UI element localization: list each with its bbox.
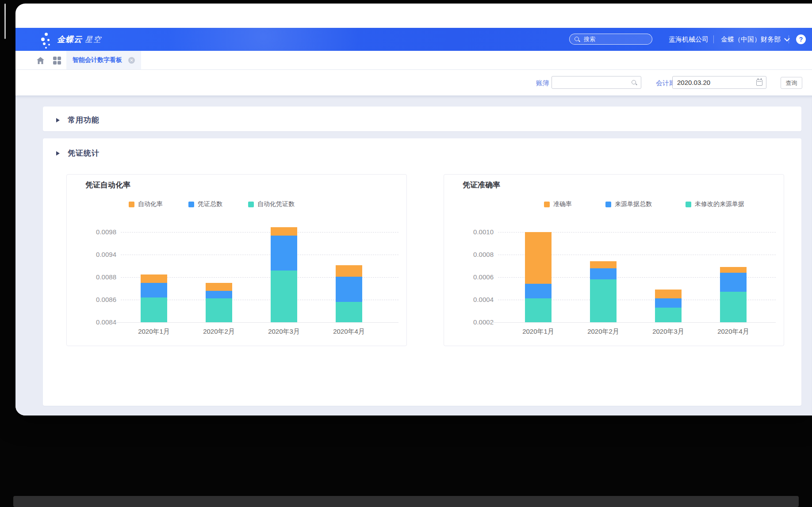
period-input[interactable] [672,76,766,89]
gridline [121,232,398,233]
app-header: 金蝶云 星空 蓝海机械公司 金蝶（中国）财务部 ? [15,28,812,51]
global-search[interactable] [569,34,652,45]
home-button[interactable] [35,56,45,65]
user-org-menu[interactable]: 金蝶（中国）财务部 [721,28,789,51]
bar-segment-自动化率[interactable] [206,283,232,291]
y-axis-tick: 0.0094 [72,251,116,258]
apps-menu-button[interactable] [52,56,62,65]
help-icon: ? [799,36,803,43]
help-button[interactable]: ? [796,34,806,44]
bar-segment-来源单据总数[interactable] [655,298,682,307]
legend-swatch-icon [129,202,134,207]
bar-segment-自动化凭证数[interactable] [141,297,167,322]
legend-item[interactable]: 自动化凭证数 [248,200,295,208]
x-axis-tick: 2020年4月 [705,328,762,336]
common-functions-header[interactable]: 常用功能 [56,115,100,125]
dashboard-content: 常用功能 凭证统计 凭证自动化率 自动化率凭证总数自动化凭证数0.00840.0… [15,95,812,416]
bar-segment-未修改的来源单据[interactable] [720,292,747,322]
bar-segment-未修改的来源单据[interactable] [590,279,617,322]
bar-segment-凭证总数[interactable] [206,291,232,299]
period-input-field[interactable] [676,78,756,87]
background-accent-line [4,4,6,39]
filter-toolbar: 账簿 会计期间 查询 [15,70,812,95]
y-axis-tick: 0.0008 [449,251,494,258]
chart-title: 凭证准确率 [463,180,500,190]
calendar-icon[interactable] [756,80,762,86]
x-axis-tick: 2020年4月 [320,328,378,336]
bar-segment-来源单据总数[interactable] [590,268,617,280]
voucher-statistics-header[interactable]: 凭证统计 [56,148,100,158]
y-axis-tick: 0.0004 [449,296,494,303]
x-axis-tick: 2020年3月 [255,328,313,336]
tab-bar: 智能会计数字看板 ✕ [15,51,812,70]
chart-accuracy-rate: 凭证准确率 准确率来源单据总数未修改的来源单据0.00020.00040.000… [444,174,784,346]
bar-segment-凭证总数[interactable] [336,277,362,302]
global-search-input[interactable] [583,35,645,43]
x-axis-line [111,322,398,323]
legend-item[interactable]: 凭证总数 [188,200,222,208]
x-axis-tick: 2020年1月 [125,328,183,336]
book-label: 账簿 [536,79,549,88]
bar-segment-准确率[interactable] [525,232,552,284]
y-axis-tick: 0.0086 [72,296,116,303]
y-axis-tick: 0.0098 [72,228,116,236]
bar-segment-自动化凭证数[interactable] [206,298,232,322]
legend-label: 准确率 [553,200,572,208]
legend-label: 未修改的来源单据 [695,200,744,208]
app-window: 金蝶云 星空 蓝海机械公司 金蝶（中国）财务部 ? [15,4,812,416]
header-divider [713,35,714,43]
y-axis-tick: 0.0002 [449,318,494,326]
legend-item[interactable]: 准确率 [544,200,572,208]
bar-segment-自动化凭证数[interactable] [271,271,297,322]
section-title: 常用功能 [68,115,100,125]
legend-item[interactable]: 自动化率 [129,200,163,208]
section-title: 凭证统计 [68,148,100,158]
bar-segment-准确率[interactable] [655,290,682,298]
legend-item[interactable]: 未修改的来源单据 [686,200,744,208]
user-org-label: 金蝶（中国）财务部 [721,35,781,44]
x-axis-tick: 2020年3月 [640,328,697,336]
legend-swatch-icon [248,202,254,207]
y-axis-tick: 0.0088 [72,273,116,281]
bar-segment-来源单据总数[interactable] [525,284,552,298]
x-axis-tick: 2020年2月 [575,328,632,336]
legend-label: 凭证总数 [198,200,222,208]
tab-close-icon[interactable]: ✕ [128,57,135,64]
chart-legend: 准确率来源单据总数未修改的来源单据 [544,200,744,208]
legend-swatch-icon [605,202,611,207]
bar-segment-准确率[interactable] [590,261,617,268]
book-input[interactable] [552,76,641,89]
query-button[interactable]: 查询 [781,77,802,89]
bar-segment-凭证总数[interactable] [141,283,167,297]
kingdee-logo[interactable]: 金蝶云 星空 [41,30,102,48]
search-icon [574,36,580,42]
book-search-icon[interactable] [631,80,637,86]
bar-segment-自动化率[interactable] [271,227,297,236]
chart-legend: 自动化率凭证总数自动化凭证数 [129,200,295,208]
bar-segment-未修改的来源单据[interactable] [655,308,682,322]
header-decoration [148,28,378,51]
x-axis-tick: 2020年1月 [509,328,567,336]
bar-segment-来源单据总数[interactable] [720,273,747,292]
bar-segment-准确率[interactable] [720,267,747,273]
bar-segment-自动化率[interactable] [141,274,167,283]
legend-swatch-icon [544,202,550,207]
bar-segment-未修改的来源单据[interactable] [525,298,552,322]
x-axis-tick: 2020年2月 [190,328,248,336]
company-name[interactable]: 蓝海机械公司 [669,28,709,51]
book-input-field[interactable] [555,78,631,87]
caret-right-icon[interactable] [56,118,60,122]
logo-text: 金蝶云 [57,34,82,45]
tab-dashboard[interactable]: 智能会计数字看板 ✕ [66,51,141,69]
bar-segment-自动化率[interactable] [336,265,362,277]
y-axis-tick: 0.0010 [449,228,494,236]
legend-swatch-icon [686,202,691,207]
legend-item[interactable]: 来源单据总数 [605,200,652,208]
common-functions-card: 常用功能 [43,107,801,131]
caret-right-icon[interactable] [56,151,60,156]
voucher-statistics-card: 凭证统计 凭证自动化率 自动化率凭证总数自动化凭证数0.00840.00860.… [43,138,801,406]
bar-segment-凭证总数[interactable] [271,236,297,271]
legend-label: 自动化凭证数 [257,200,295,208]
header-divider [789,35,789,43]
bar-segment-自动化凭证数[interactable] [336,302,362,322]
